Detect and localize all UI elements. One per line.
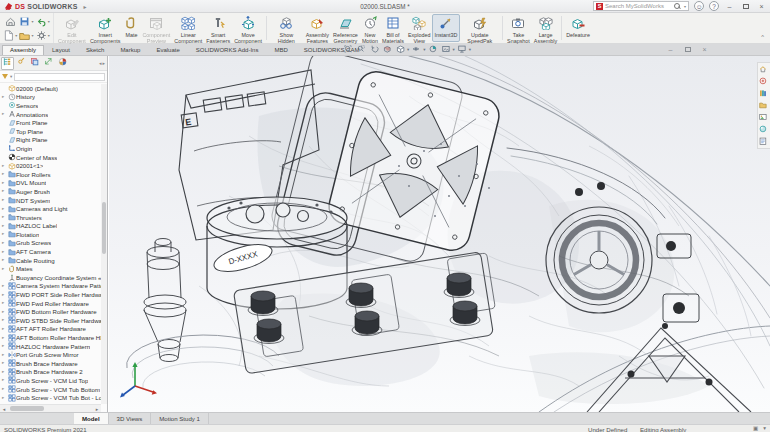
tree-item-thrusters[interactable]: ▸Thrusters — [0, 213, 101, 222]
bill-of-materials-button[interactable]: Bill of Materials — [380, 14, 406, 42]
task-pane-design-library[interactable] — [758, 88, 770, 99]
doc-close-button[interactable]: × — [699, 45, 710, 54]
task-pane-file-explorer[interactable] — [758, 100, 770, 111]
search-input[interactable]: S Search MySolidWorks ▾ — [593, 1, 689, 11]
task-pane-custom-properties[interactable] — [758, 136, 770, 147]
take-snapshot-button[interactable]: Take Snapshot — [505, 14, 532, 42]
tree-item-aft-bottom-roller-hardware-hd[interactable]: ▸AFT Bottom Roller Hardware HD — [0, 333, 101, 342]
defeature-button[interactable]: Defeature — [564, 14, 592, 42]
reference-geometry-button[interactable]: Reference Geometry▾ — [331, 14, 360, 42]
tree-item-auger-brush[interactable]: ▸Auger Brush — [0, 187, 101, 196]
apply-scene-button[interactable]: ▾ — [442, 41, 455, 59]
bottom-tab-model[interactable]: Model — [74, 413, 109, 424]
tree-item-aft-camera[interactable]: ▸AFT Camera — [0, 247, 101, 256]
status-options-caret-icon[interactable]: ▾ — [763, 425, 766, 431]
tree-item-02001-1[interactable]: ▸02001<1> — [0, 161, 101, 170]
undo-button[interactable]: ▾ — [35, 14, 51, 28]
panel-tab-configurationmanager[interactable] — [29, 57, 42, 70]
new-button[interactable]: ▾ — [2, 28, 18, 42]
tree-item-top-plane[interactable]: Top Plane — [0, 127, 101, 136]
doc-restore-button[interactable] — [682, 45, 693, 54]
tab-sketch[interactable]: Sketch — [78, 45, 112, 55]
tree-item-origin[interactable]: Origin — [0, 144, 101, 153]
search-icon[interactable] — [674, 3, 681, 10]
tree-item-right-plane[interactable]: Right Plane — [0, 136, 101, 145]
home-button[interactable] — [2, 14, 18, 28]
task-pane-home[interactable] — [758, 64, 770, 75]
tree-item-camera-system-hardware-pattern[interactable]: ▸Camera System Hardware Pattern — [0, 282, 101, 291]
viewport-canvas[interactable]: E — [109, 56, 770, 412]
task-pane-view-palette[interactable] — [758, 112, 770, 123]
tree-item-sensors[interactable]: Sensors — [0, 101, 101, 110]
hscroll-track[interactable] — [8, 405, 93, 412]
tree-item-floor-rollers[interactable]: ▸Floor Rollers — [0, 170, 101, 179]
task-pane-appearances-scenes[interactable] — [758, 124, 770, 135]
tree-horizontal-scrollbar[interactable]: ◂ ▸ — [0, 404, 101, 412]
tree-item-center-of-mass[interactable]: Center of Mass — [0, 153, 101, 162]
apply-scene-caret-icon[interactable]: ▾ — [453, 47, 455, 52]
tree-item-port-grub-screw-mirror[interactable]: ▸Port Grub Screw Mirror — [0, 350, 101, 359]
insert-components-button[interactable]: Insert Components▾ — [88, 14, 123, 42]
login-icon[interactable]: ☺ — [694, 1, 704, 11]
tree-item-history[interactable]: ▸History — [0, 93, 101, 102]
show-hidden-components-button[interactable]: Show Hidden Components — [269, 14, 304, 42]
linear-component-pattern-button[interactable]: Linear Component Pattern▾ — [172, 14, 204, 42]
smart-fasteners-button[interactable]: Smart Fasteners — [204, 14, 232, 42]
tree-item-dvl-mount[interactable]: ▸DVL Mount — [0, 179, 101, 188]
tree-item-flotation[interactable]: ▸Flotation — [0, 230, 101, 239]
hscroll-left-arrow-icon[interactable]: ◂ — [0, 406, 8, 412]
tree-vscroll-thumb[interactable] — [102, 202, 106, 254]
filter-caret-icon[interactable]: ▾ — [10, 74, 12, 79]
tree-item-brush-brace-hardware[interactable]: ▸Brush Brace Hardware — [0, 359, 101, 368]
tree-item-grub-screw-vcm-tub-bottom[interactable]: ▸Grub Screw - VCM Tub Bottom — [0, 385, 101, 394]
hscroll-right-arrow-icon[interactable]: ▸ — [93, 406, 101, 412]
panel-tab-displaymanager[interactable] — [57, 57, 70, 70]
panel-tab-featuremanager-tree[interactable] — [1, 57, 14, 70]
instant3d-button[interactable]: Instant3D — [432, 14, 459, 42]
hscroll-thumb[interactable] — [10, 406, 44, 411]
options-caret-icon[interactable]: ▾ — [48, 33, 50, 38]
filter-input[interactable] — [14, 73, 105, 81]
panel-tab-propertymanager[interactable] — [15, 57, 28, 70]
zoom-to-area-button[interactable] — [357, 41, 367, 59]
open-button[interactable]: ▾ — [18, 28, 34, 42]
tree-item-mates[interactable]: ▸Mates — [0, 264, 101, 273]
section-view-button[interactable] — [383, 41, 393, 59]
options-button[interactable]: ▾ — [35, 28, 51, 42]
tab-mbd[interactable]: MBD — [266, 45, 295, 55]
assembly-features-button[interactable]: Assembly Features▾ — [304, 14, 331, 42]
view-settings-button[interactable]: ▾ — [458, 41, 471, 59]
tree-item-hazloc-label[interactable]: ▸HAZLOC Label — [0, 222, 101, 231]
ribbon-collapse-chevron-icon[interactable]: ^ — [761, 34, 764, 40]
bottom-tab-motion-study-1[interactable]: Motion Study 1 — [151, 413, 209, 424]
tab-solidworks-add-ins[interactable]: SOLIDWORKS Add-Ins — [188, 45, 267, 55]
tab-markup[interactable]: Markup — [112, 45, 148, 55]
tree-item-grub-screws[interactable]: ▸Grub Screws — [0, 239, 101, 248]
new-motion-study-button[interactable]: New Motion Study — [360, 14, 380, 42]
tree-item-hazloc-hardware-pattern[interactable]: ▸HAZLOC Hardware Pattern — [0, 342, 101, 351]
move-component-button[interactable]: Move Component▾ — [232, 14, 264, 42]
view-settings-caret-icon[interactable]: ▾ — [469, 47, 471, 52]
task-pane-solidworks-resources[interactable] — [758, 76, 770, 87]
exploded-view-button[interactable]: Exploded View▾ — [406, 14, 432, 42]
tree-item-cable-routing[interactable]: ▸Cable Routing — [0, 256, 101, 265]
open-caret-icon[interactable]: ▾ — [31, 33, 33, 38]
panel-tab-scroll-arrows[interactable]: ◂▸ — [99, 60, 106, 66]
display-style-caret-icon[interactable]: ▾ — [407, 47, 409, 52]
help-icon[interactable]: ? — [709, 1, 719, 11]
zoom-to-fit-button[interactable] — [344, 41, 354, 59]
tree-item-fwd-stbd-side-roller-hardware[interactable]: ▸FWD STBD Side Roller Hardware — [0, 316, 101, 325]
tree-item-annotations[interactable]: ▸Annotations — [0, 110, 101, 119]
close-button[interactable]: × — [756, 1, 767, 11]
tree-vertical-scrollbar[interactable] — [101, 84, 107, 404]
hide-show-items-button[interactable]: ▾ — [412, 41, 425, 59]
tree-item-fwd-bottom-roller-hardware[interactable]: ▸FWD Bottom Roller Hardware — [0, 307, 101, 316]
mate-button[interactable]: Mate — [122, 14, 140, 42]
update-speedpak-subassemblies-button[interactable]: Update SpeedPak Subassemblies — [460, 14, 501, 42]
panel-tab-dimxpertmanager[interactable] — [43, 57, 56, 70]
new-caret-icon[interactable]: ▾ — [15, 33, 17, 38]
bottom-tab-3d-views[interactable]: 3D Views — [109, 413, 152, 424]
tree-item-cameras-and-light[interactable]: ▸Cameras and Light — [0, 204, 101, 213]
tree-item-brush-brace-hardware-2[interactable]: ▸Brush Brace Hardware 2 — [0, 368, 101, 377]
tree-item-fwd-port-side-roller-hardware[interactable]: ▸FWD PORT Side Roller Hardware — [0, 290, 101, 299]
